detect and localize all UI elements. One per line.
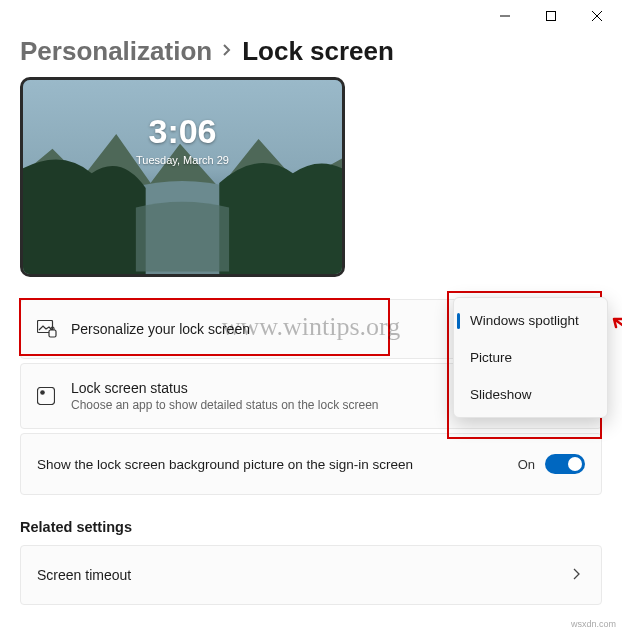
- breadcrumb-parent[interactable]: Personalization: [20, 36, 212, 67]
- screen-timeout-row[interactable]: Screen timeout: [20, 545, 602, 605]
- minimize-button[interactable]: [482, 0, 528, 32]
- dropdown-option-picture[interactable]: Picture: [454, 339, 607, 376]
- preview-time: 3:06: [148, 112, 216, 151]
- source-watermark: wsxdn.com: [571, 619, 616, 629]
- toggle-state-label: On: [518, 457, 535, 472]
- dropdown-option-spotlight[interactable]: Windows spotlight: [454, 302, 607, 339]
- maximize-button[interactable]: [528, 0, 574, 32]
- dropdown-option-slideshow[interactable]: Slideshow: [454, 376, 607, 413]
- svg-rect-3: [49, 330, 56, 337]
- lock-screen-preview: 3:06 Tuesday, March 29: [20, 77, 345, 277]
- background-type-dropdown[interactable]: Windows spotlight Picture Slideshow: [453, 297, 608, 418]
- close-button[interactable]: [574, 0, 620, 32]
- app-status-icon: [37, 387, 63, 405]
- card-title: Show the lock screen background picture …: [37, 457, 518, 472]
- svg-point-5: [40, 390, 45, 395]
- annotation-arrow-icon: [610, 315, 622, 343]
- signin-picture-toggle-row: Show the lock screen background picture …: [20, 433, 602, 495]
- picture-lock-icon: [37, 320, 63, 338]
- related-settings-heading: Related settings: [20, 519, 602, 535]
- breadcrumb: Personalization Lock screen: [20, 36, 602, 67]
- chevron-right-icon: [222, 41, 232, 62]
- svg-rect-0: [547, 12, 556, 21]
- card-title: Screen timeout: [37, 567, 561, 583]
- window-titlebar: [0, 0, 622, 32]
- signin-picture-toggle[interactable]: [545, 454, 585, 474]
- breadcrumb-current: Lock screen: [242, 36, 394, 67]
- chevron-right-icon: [569, 567, 585, 583]
- svg-rect-4: [38, 388, 55, 405]
- preview-date: Tuesday, March 29: [136, 154, 229, 166]
